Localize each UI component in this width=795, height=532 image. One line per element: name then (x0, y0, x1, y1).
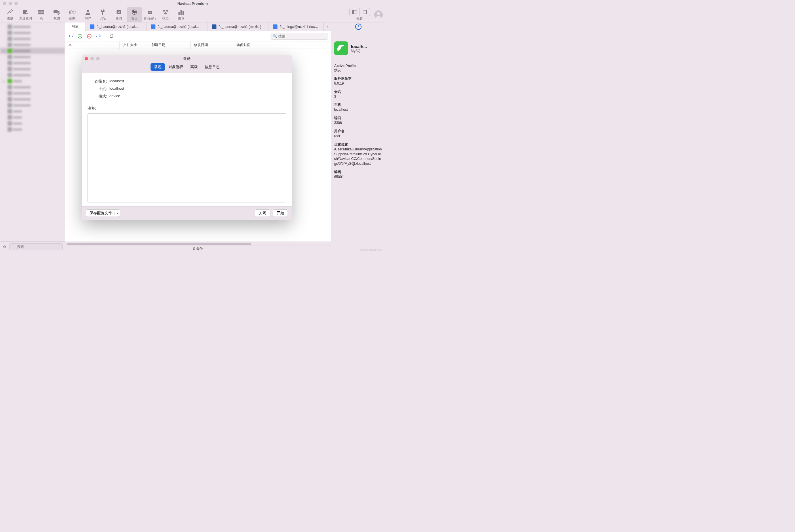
save-profile-button[interactable]: 保存配置文件 (86, 209, 120, 217)
svg-rect-12 (148, 11, 152, 14)
dialog-minimize-icon (90, 57, 94, 60)
svg-rect-19 (178, 12, 180, 15)
table-tab-icon (90, 24, 94, 29)
toolbar-table[interactable]: 表 (33, 7, 49, 22)
tab-query-3[interactable]: fa_haoma@mzxh1 (mzxh1) (208, 22, 269, 31)
table-tab-icon (212, 24, 216, 29)
app-window: Navicat Premium 连接 新建查询 表 视图 f(x) 函数 用户 (0, 0, 385, 252)
tab-query-2[interactable]: fa_haoma@mzxh1 (local... (147, 22, 208, 31)
horizontal-scrollbar[interactable] (65, 242, 331, 246)
avatar[interactable] (374, 11, 383, 19)
view-icon (52, 8, 61, 16)
dialog-tabs: 常规 对象选择 高级 信息日志 (82, 63, 292, 73)
svg-rect-21 (182, 11, 184, 15)
robot-icon (146, 8, 154, 16)
dialog-footer: 保存配置文件 关闭 开始 (82, 206, 292, 220)
svg-rect-17 (166, 10, 168, 12)
svg-rect-25 (366, 11, 367, 14)
dialog-tab-general[interactable]: 常规 (150, 63, 165, 71)
col-created[interactable]: 创建日期 (148, 41, 191, 49)
form-host-value: localhost (109, 86, 124, 92)
content-tabs: 对象 fa_haoma@mzxh1 (local... fa_haoma@mzx… (65, 22, 331, 31)
backup-icon (130, 8, 139, 16)
connection-name: localh... (351, 44, 367, 49)
col-name[interactable]: 名 (65, 41, 120, 49)
action-bar: 🔍 (65, 31, 331, 41)
view-left-panel-button[interactable] (349, 8, 360, 16)
col-modified[interactable]: 修改日期 (191, 41, 233, 49)
comment-textarea[interactable] (88, 113, 286, 203)
info-icon[interactable]: i (355, 24, 362, 30)
svg-point-14 (150, 12, 151, 13)
close-button[interactable]: 关闭 (255, 209, 270, 217)
sidebar-search-input[interactable] (9, 243, 63, 250)
dialog-tab-objects[interactable]: 对象选择 (165, 63, 187, 71)
start-button[interactable]: 开始 (273, 209, 288, 217)
connection-type: MySQL (351, 49, 367, 53)
settings-icon[interactable]: ⚙ (2, 244, 7, 250)
remove-icon[interactable] (86, 33, 92, 39)
content-search-input[interactable] (271, 33, 328, 40)
svg-point-26 (377, 12, 380, 15)
dialog-tab-log[interactable]: 信息日志 (201, 63, 223, 71)
toolbar-new-query[interactable]: 新建查询 (18, 7, 33, 22)
toolbar-query[interactable]: 查询 (111, 7, 127, 22)
dialog-tab-advanced[interactable]: 高级 (187, 63, 201, 71)
col-accessed[interactable]: 访问时间 (233, 41, 276, 49)
minimize-window-icon[interactable] (8, 2, 12, 5)
toolbar-view[interactable]: 视图 (49, 7, 65, 22)
col-filesize[interactable]: 文件大小 (120, 41, 148, 49)
watermark: CSDN @fukai7722 (360, 248, 382, 251)
plug-icon (6, 8, 14, 16)
redo-icon[interactable] (95, 33, 101, 39)
traffic-lights (3, 2, 18, 5)
form-connection-value: localhost (109, 79, 124, 84)
status-bar: 0 备份 (65, 246, 331, 252)
user-icon (84, 8, 92, 16)
svg-rect-16 (163, 10, 165, 12)
toolbar-backup[interactable]: 备份 (127, 7, 142, 22)
close-window-icon[interactable] (3, 2, 6, 5)
dialog-zoom-icon (96, 57, 100, 60)
query-icon (114, 8, 123, 16)
toolbar-function[interactable]: f(x) 函数 (65, 7, 80, 22)
add-icon[interactable] (77, 33, 83, 39)
toolbar-chart[interactable]: 图表 (173, 7, 189, 22)
svg-point-13 (149, 12, 150, 13)
tab-query-4[interactable]: fa_mingxi@mzxh1 (local... (269, 22, 324, 31)
refresh-icon[interactable] (109, 33, 114, 39)
form-schema-value: device (109, 94, 120, 99)
table-header: 名 文件大小 创建日期 修改日期 访问时间 (65, 41, 331, 49)
toolbar-other[interactable]: 其它 (95, 7, 111, 22)
window-title: Navicat Premium (177, 1, 208, 6)
svg-rect-10 (116, 10, 121, 14)
toolbar-user[interactable]: 用户 (80, 7, 95, 22)
sidebar: xxxxxxxxxx xxxxxxxxxx xxxxxxxxxx xxxxxxx… (0, 22, 65, 252)
view-right-panel-button[interactable] (360, 8, 370, 16)
undo-icon[interactable] (68, 33, 74, 39)
main-toolbar: 连接 新建查询 表 视图 f(x) 函数 用户 其它 查询 (0, 7, 385, 22)
tab-overflow-button[interactable]: › (324, 22, 331, 31)
toolbar-connection[interactable]: 连接 (2, 7, 18, 22)
backup-dialog: 备份 常规 对象选择 高级 信息日志 连接名: localhost 主机: lo… (82, 55, 292, 220)
fx-icon: f(x) (68, 8, 76, 16)
connection-tree[interactable]: xxxxxxxxxx xxxxxxxxxx xxxxxxxxxx xxxxxxx… (0, 22, 65, 241)
sidebar-footer: ⚙ 🔍 (0, 241, 65, 252)
table-tab-icon (151, 24, 156, 29)
dialog-titlebar: 备份 (82, 55, 292, 63)
document-plus-icon (21, 8, 30, 16)
tab-objects[interactable]: 对象 (65, 22, 86, 31)
toolbar-model[interactable]: 模型 (158, 7, 173, 22)
svg-rect-23 (352, 11, 354, 14)
svg-point-8 (58, 12, 59, 14)
table-tab-icon (273, 24, 277, 29)
titlebar: Navicat Premium (0, 0, 385, 7)
chart-icon (177, 8, 185, 16)
toolbar-autorun[interactable]: 自动运行 (142, 7, 158, 22)
info-panel: i localh... MySQL Active Profile 默认 服务器版… (331, 22, 385, 252)
info-panel-header: i (331, 22, 385, 31)
dialog-title: 备份 (183, 56, 191, 61)
dialog-close-icon[interactable] (85, 57, 88, 60)
zoom-window-icon[interactable] (14, 2, 18, 5)
tab-query-1[interactable]: fa_haoma@mzxh1 (local... (86, 22, 147, 31)
